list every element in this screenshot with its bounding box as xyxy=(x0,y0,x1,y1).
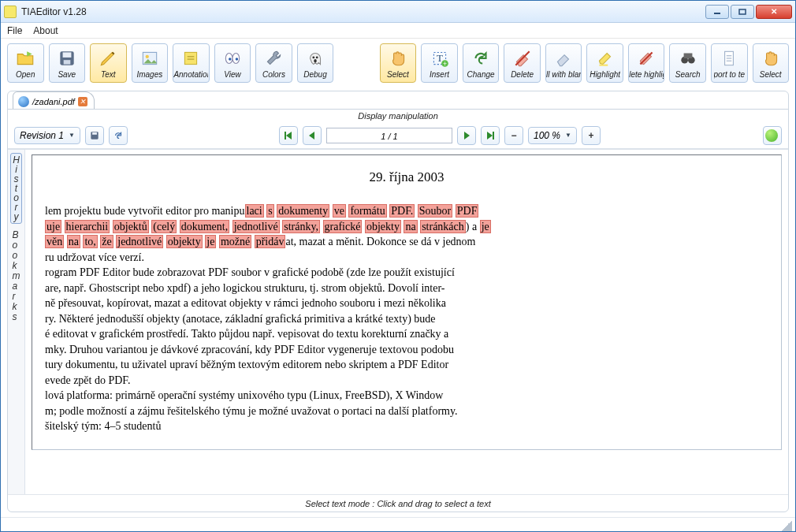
zoom-combo[interactable]: 100 % ▼ xyxy=(528,127,577,144)
save-button[interactable]: Save xyxy=(49,43,86,83)
change-button[interactable]: Change xyxy=(463,43,500,83)
binoculars-icon xyxy=(677,47,699,69)
view-button[interactable]: View xyxy=(214,43,251,83)
text-line: ně přesouvat, kopírovat, mazat a editova… xyxy=(45,296,768,311)
delete-button[interactable]: Delete xyxy=(504,43,541,83)
first-page-button[interactable] xyxy=(279,126,298,145)
text-line: ru udržovat více verzí. xyxy=(45,251,768,265)
hand-icon xyxy=(387,47,409,69)
status-bar: Select text mode : Click and drag to sel… xyxy=(8,494,788,512)
bookmarks-tab[interactable]: Bookmarks xyxy=(13,230,20,322)
svg-point-15 xyxy=(316,57,318,59)
maximize-button[interactable] xyxy=(731,5,754,19)
status-indicator[interactable] xyxy=(763,126,782,145)
menu-file[interactable]: File xyxy=(7,25,22,36)
colors-button[interactable]: Colors xyxy=(255,43,292,83)
images-button[interactable]: Images xyxy=(132,43,169,83)
pdf-page[interactable]: 29. října 2003 lem projektu bude vytvoři… xyxy=(32,154,782,450)
control-bar: Revision 1 ▼ 1 / 1 − 100 % ▼ + xyxy=(8,122,788,149)
client-area: /zadani.pdf ✕ Display manipulation Revis… xyxy=(7,91,789,512)
picture-icon xyxy=(139,47,161,69)
svg-text:+: + xyxy=(442,60,446,68)
resize-grip[interactable] xyxy=(781,520,792,531)
tab-label: /zadani.pdf xyxy=(32,97,75,106)
resize-grip-area xyxy=(1,517,795,531)
eraser-icon xyxy=(511,47,534,69)
svg-rect-32 xyxy=(92,132,97,134)
svg-rect-3 xyxy=(62,52,71,58)
doc-date: 29. října 2003 xyxy=(45,169,768,185)
text-line: é editovat v grafickém prostředí. Takto … xyxy=(45,327,768,341)
svg-point-16 xyxy=(314,59,316,62)
zoom-out-button[interactable]: − xyxy=(504,126,523,145)
open-button[interactable]: Open xyxy=(7,43,44,83)
search-button[interactable]: Search xyxy=(669,43,706,83)
tab-close-icon[interactable]: ✕ xyxy=(78,97,87,106)
text-button[interactable]: Text xyxy=(90,43,127,83)
main-toolbar: Open Save Text Images Annotations View C… xyxy=(1,39,795,87)
text-line: šitelský tým: 4–5 studentů xyxy=(45,419,768,433)
text-line: lová platforma: primárně operační systém… xyxy=(45,389,768,403)
app-icon xyxy=(4,6,17,18)
document-area: History Bookmarks 29. října 2003 lem pro… xyxy=(8,149,788,494)
save-rev-button[interactable] xyxy=(85,126,104,145)
green-dot-icon xyxy=(765,129,778,142)
svg-point-14 xyxy=(312,57,314,59)
globe-icon xyxy=(18,96,29,107)
svg-rect-33 xyxy=(285,132,286,140)
insert-button[interactable]: T+ Insert xyxy=(421,43,458,83)
note-icon xyxy=(180,47,202,69)
menu-about[interactable]: About xyxy=(33,25,58,36)
svg-rect-34 xyxy=(493,132,494,140)
text-line: lem projektu bude vytvořit editor pro ma… xyxy=(45,204,768,218)
document-scroll[interactable]: 29. října 2003 lem projektu bude vytvoři… xyxy=(25,150,788,494)
window-title: TIAEditor v1.28 xyxy=(21,6,705,17)
debug-button[interactable]: Debug xyxy=(297,43,334,83)
svg-point-6 xyxy=(145,55,148,58)
highlighter-icon xyxy=(594,47,616,69)
close-button[interactable]: ✕ xyxy=(756,5,792,19)
port-to-te-button[interactable]: port to te xyxy=(711,43,748,83)
text-line: tury dokumentu, tu uživatel upraví běžný… xyxy=(45,358,768,372)
history-tab[interactable]: History xyxy=(10,153,22,224)
svg-rect-7 xyxy=(185,52,197,64)
text-line: uje hierarchii objektů (celý dokument, j… xyxy=(45,220,768,234)
last-page-button[interactable] xyxy=(481,126,500,145)
svg-rect-1 xyxy=(739,9,746,14)
prev-page-button[interactable] xyxy=(303,126,322,145)
svg-rect-26 xyxy=(683,54,692,59)
chevron-down-icon: ▼ xyxy=(565,132,571,139)
annotations-button[interactable]: Annotations xyxy=(173,43,210,83)
select2-button[interactable]: Select xyxy=(753,43,790,83)
svg-line-23 xyxy=(641,52,653,64)
text-line: m; podle možností a zájmu řešitelského t… xyxy=(45,404,768,419)
svg-rect-22 xyxy=(599,65,608,66)
text-insert-icon: T+ xyxy=(429,47,451,69)
eraser-icon xyxy=(552,47,575,69)
side-strip: History Bookmarks xyxy=(8,150,25,494)
chevron-down-icon: ▼ xyxy=(69,132,75,139)
zoom-in-button[interactable]: + xyxy=(582,126,601,145)
next-page-button[interactable] xyxy=(457,126,476,145)
highlighter-delete-icon xyxy=(635,47,657,69)
revision-combo[interactable]: Revision 1 ▼ xyxy=(14,127,80,144)
folder-open-icon xyxy=(14,47,36,69)
app-window: TIAEditor v1.28 ✕ File About Open Save T… xyxy=(0,0,796,532)
svg-rect-4 xyxy=(63,60,70,64)
fill-blank-button[interactable]: ll with blan xyxy=(545,43,582,83)
refresh-rev-button[interactable] xyxy=(109,126,128,145)
select-button[interactable]: Select xyxy=(380,43,417,83)
floppy-icon xyxy=(56,47,78,69)
highlight-button[interactable]: Highlight xyxy=(586,43,623,83)
text-line: mky. Druhou variantou je dávkové zpracov… xyxy=(45,343,768,357)
titlebar: TIAEditor v1.28 ✕ xyxy=(1,1,795,23)
minimize-button[interactable] xyxy=(705,5,729,19)
page-counter[interactable]: 1 / 1 xyxy=(326,128,452,143)
hand-icon xyxy=(760,47,782,69)
svg-point-13 xyxy=(236,58,238,60)
delete-highlight-button[interactable]: lete highlig xyxy=(628,43,665,83)
document-tab[interactable]: /zadani.pdf ✕ xyxy=(13,91,95,109)
pencil-icon xyxy=(97,47,119,69)
wrench-icon xyxy=(262,47,285,69)
text-line: evede zpět do PDF. xyxy=(45,374,768,388)
